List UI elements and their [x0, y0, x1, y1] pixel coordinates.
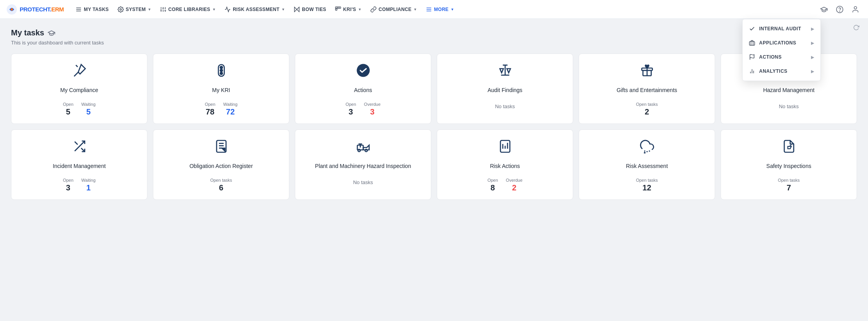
- svg-point-51: [365, 149, 367, 152]
- navbar: PROTECHT.ERM MY TASKS SYSTEM ▼ CORE LIBR…: [0, 0, 868, 19]
- forklift-icon: [355, 138, 372, 155]
- stat-open: Open 3: [63, 178, 74, 192]
- help-icon[interactable]: [833, 3, 846, 16]
- dropdown-menu: INTERNAL AUDIT ▶ APPLICATIONS ▶ ACTIONS …: [742, 19, 821, 81]
- card-plant-title: Plant and Machinery Hazard Inspection: [315, 159, 411, 173]
- svg-point-5: [120, 9, 121, 10]
- card-incident-title: Incident Management: [53, 159, 106, 173]
- dropdown-internal-audit[interactable]: INTERNAL AUDIT ▶: [743, 22, 820, 36]
- chevron-right-icon: ▶: [811, 41, 815, 45]
- nav-items: MY TASKS SYSTEM ▼ CORE LIBRARIES ▼ RISK …: [72, 0, 818, 19]
- dropdown-actions[interactable]: ACTIONS ▶: [743, 50, 820, 64]
- svg-point-1: [11, 8, 13, 11]
- graduation-cap-icon[interactable]: [818, 3, 830, 16]
- card-audit-findings-title: Audit Findings: [487, 83, 522, 97]
- stat-open: Open 8: [487, 178, 498, 192]
- bar-chart-icon: [749, 68, 755, 74]
- card-plant-machinery[interactable]: Plant and Machinery Hazard Inspection No…: [295, 129, 431, 200]
- briefcase-icon: [749, 40, 755, 46]
- stat-open-tasks: Open tasks 2: [636, 102, 658, 116]
- svg-line-43: [81, 148, 85, 152]
- stat-open-tasks: Open tasks 7: [778, 178, 800, 192]
- dropdown-analytics[interactable]: ANALYTICS ▶: [743, 64, 820, 78]
- stat-waiting: Waiting 1: [81, 178, 96, 192]
- card-my-compliance[interactable]: My Compliance Open 5 Waiting 5: [11, 54, 147, 124]
- svg-rect-17: [339, 7, 340, 8]
- brand-logo[interactable]: PROTECHT.ERM: [6, 4, 64, 15]
- card-risk-assessment-title: Risk Assessment: [626, 159, 668, 173]
- card-incident-management[interactable]: Incident Management Open 3 Waiting 1: [11, 129, 147, 200]
- stat-overdue: Overdue 2: [506, 178, 522, 192]
- stat-open: Open 3: [346, 102, 356, 116]
- page-title: My tasks: [11, 28, 44, 37]
- card-grid-row1: My Compliance Open 5 Waiting 5: [11, 54, 857, 124]
- stat-open-tasks: Open tasks 12: [636, 178, 658, 192]
- svg-point-31: [220, 66, 223, 69]
- card-audit-no-tasks: No tasks: [495, 103, 515, 109]
- card-risk-actions[interactable]: Risk Actions Open 8 Overdue 2: [437, 129, 573, 200]
- graduation-icon: [48, 29, 55, 37]
- card-obligation-action[interactable]: Obligation Action Register Open tasks 6: [153, 129, 289, 200]
- nav-risk-assessment[interactable]: RISK ASSESSMENT ▼: [221, 0, 289, 19]
- svg-line-44: [75, 142, 78, 145]
- card-my-compliance-title: My Compliance: [60, 83, 98, 97]
- chevron-right-icon: ▶: [811, 27, 815, 31]
- scales-icon: [497, 62, 514, 79]
- svg-rect-15: [335, 7, 337, 8]
- check-circle-icon: [355, 62, 372, 79]
- card-hazard-no-tasks: No tasks: [779, 103, 799, 109]
- stat-open: Open 5: [63, 102, 74, 116]
- card-obligation-stats: Open tasks 6: [210, 178, 232, 192]
- svg-point-24: [854, 6, 857, 9]
- dropdown-applications[interactable]: APPLICATIONS ▶: [743, 36, 820, 50]
- main-content: My tasks This is your dashboard with cur…: [0, 19, 868, 215]
- doc-chart-icon: [497, 138, 514, 155]
- stat-waiting: Waiting 5: [81, 102, 96, 116]
- svg-point-33: [220, 72, 223, 75]
- card-risk-actions-stats: Open 8 Overdue 2: [487, 178, 522, 192]
- nav-kris[interactable]: KRI'S ▼: [331, 0, 366, 19]
- user-avatar[interactable]: [849, 3, 862, 16]
- card-gifts-stats: Open tasks 2: [636, 102, 658, 116]
- card-my-compliance-stats: Open 5 Waiting 5: [63, 102, 96, 116]
- card-actions[interactable]: Actions Open 3 Overdue 3: [295, 54, 431, 124]
- card-gifts-entertainments[interactable]: Gifts and Entertainments Open tasks 2: [579, 54, 715, 124]
- card-safety-inspections[interactable]: Safety Inspections Open tasks 7: [721, 129, 857, 200]
- traffic-light-icon: [213, 62, 230, 79]
- nav-bow-ties[interactable]: BOW TIES: [290, 0, 330, 19]
- flag-icon: [749, 54, 755, 60]
- document-icon: [213, 138, 230, 155]
- stat-overdue: Overdue 3: [364, 102, 381, 116]
- stat-open-tasks: Open tasks 6: [210, 178, 232, 192]
- card-gifts-title: Gifts and Entertainments: [616, 83, 677, 97]
- refresh-button[interactable]: [851, 22, 862, 33]
- card-plant-no-tasks: No tasks: [353, 179, 373, 185]
- page-subtitle: This is your dashboard with current task…: [11, 40, 857, 46]
- stat-open: Open 78: [205, 102, 215, 116]
- nav-core-libraries[interactable]: CORE LIBRARIES ▼: [156, 0, 220, 19]
- svg-rect-25: [749, 42, 754, 45]
- card-my-kri-stats: Open 78 Waiting 72: [205, 102, 237, 116]
- card-safety-stats: Open tasks 7: [778, 178, 800, 192]
- hammer-icon: [71, 62, 88, 79]
- card-actions-stats: Open 3 Overdue 3: [346, 102, 381, 116]
- card-risk-actions-title: Risk Actions: [490, 159, 520, 173]
- nav-more[interactable]: MORE ▼: [422, 0, 458, 19]
- card-my-kri[interactable]: My KRI Open 78 Waiting 72: [153, 54, 289, 124]
- svg-point-32: [220, 69, 223, 72]
- svg-rect-18: [335, 9, 337, 10]
- card-audit-findings[interactable]: Audit Findings No tasks: [437, 54, 573, 124]
- nav-system[interactable]: SYSTEM ▼: [114, 0, 155, 19]
- card-actions-title: Actions: [354, 83, 372, 97]
- cloud-rain-icon: [638, 138, 656, 155]
- brand-text: PROTECHT.ERM: [20, 6, 64, 13]
- card-risk-assessment[interactable]: Risk Assessment Open tasks 12: [579, 129, 715, 200]
- nav-right: [818, 3, 862, 16]
- shuffle-icon: [71, 138, 88, 155]
- chevron-right-icon: ▶: [811, 69, 815, 74]
- nav-my-tasks[interactable]: MY TASKS: [72, 0, 112, 19]
- svg-point-50: [358, 149, 360, 152]
- card-safety-title: Safety Inspections: [766, 159, 811, 173]
- nav-compliance[interactable]: COMPLIANCE ▼: [366, 0, 421, 19]
- card-hazard-title: Hazard Management: [763, 83, 815, 97]
